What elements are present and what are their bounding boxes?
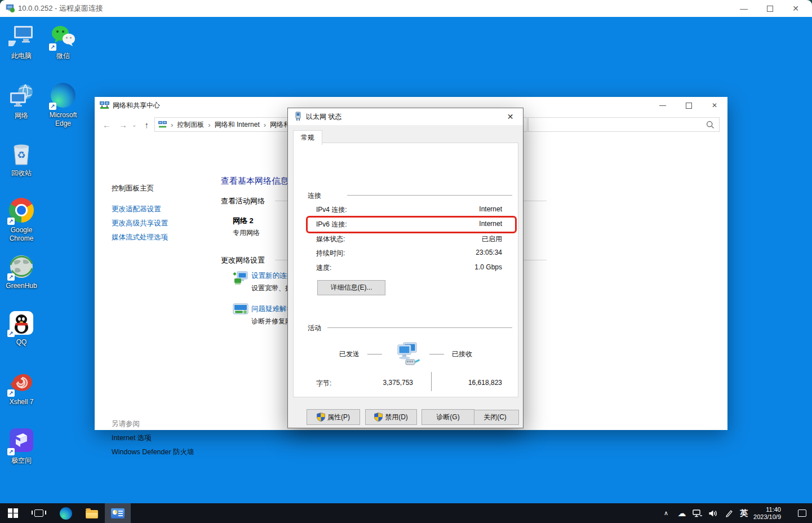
desktop-icon-xshell[interactable]: ↗ Xshell 7 xyxy=(0,370,43,406)
bytes-received-value: 16,618,823 xyxy=(468,379,502,387)
start-button[interactable] xyxy=(0,503,26,523)
window-close-icon[interactable]: ✕ xyxy=(702,97,727,114)
rdp-maximize-icon[interactable] xyxy=(757,0,783,17)
row-value: Internet xyxy=(479,220,502,228)
desktop-icon-jikongjian[interactable]: ↗ 极空间 xyxy=(0,427,43,465)
sidebar-item-advanced-sharing[interactable]: 更改高级共享设置 xyxy=(112,219,168,228)
taskbar-edge-button[interactable] xyxy=(53,503,79,523)
dialog-title-bar: 以太网 状态 ✕ xyxy=(288,108,523,125)
breadcrumb-network-internet[interactable]: 网络和 Internet xyxy=(215,120,260,130)
network-tray-icon[interactable] xyxy=(691,509,704,517)
sidebar-item-home[interactable]: 控制面板主页 xyxy=(112,184,154,193)
desktop-icon-wechat[interactable]: ↗ 微信 xyxy=(42,24,85,60)
details-button[interactable]: 详细信息(E)... xyxy=(317,280,385,295)
uac-shield-icon xyxy=(374,413,383,422)
shortcut-arrow-icon: ↗ xyxy=(7,273,15,281)
desktop-icon-edge[interactable]: ↗ Microsoft Edge xyxy=(42,82,85,128)
diagnose-button[interactable]: 诊断(G) xyxy=(421,409,474,425)
shortcut-arrow-icon: ↗ xyxy=(7,389,15,397)
wechat-icon: ↗ xyxy=(50,24,76,50)
clock-time: 11:40 xyxy=(753,506,781,513)
rdp-title: 10.0.0.252 - 远程桌面连接 xyxy=(18,3,103,14)
tray-chevron-icon[interactable]: ∧ xyxy=(660,509,672,517)
desktop-icon-recycle-bin[interactable]: ♻ 回收站 xyxy=(0,141,43,178)
taskbar-clock[interactable]: 11:40 2023/10/9 xyxy=(753,506,781,521)
desktop-icon-label: 微信 xyxy=(42,52,85,60)
dialog-title: 以太网 状态 xyxy=(306,112,341,122)
close-dialog-button[interactable]: 关闭(C) xyxy=(471,410,519,425)
taskbar-explorer-button[interactable] xyxy=(79,503,105,523)
window-maximize-icon[interactable] xyxy=(676,97,702,114)
desktop-icon-label: 回收站 xyxy=(0,169,43,178)
jikongjian-icon: ↗ xyxy=(8,428,34,454)
breadcrumb-control-panel[interactable]: 控制面板 xyxy=(177,120,204,130)
clock-date: 2023/10/9 xyxy=(753,513,781,521)
activity-computers-icon xyxy=(390,342,421,366)
desktop-icon-network[interactable]: 网络 xyxy=(0,83,43,120)
ime-indicator[interactable]: 英 xyxy=(740,508,748,518)
onedrive-cloud-icon[interactable]: ☁ xyxy=(676,508,688,518)
window-minimize-icon[interactable]: — xyxy=(650,97,676,114)
row-label: 媒体状态: xyxy=(316,234,345,244)
search-input[interactable] xyxy=(528,117,720,132)
desktop-icon-greenhub[interactable]: ↗ GreenHub xyxy=(0,254,43,290)
desktop-icon-label: Xshell 7 xyxy=(0,398,43,406)
sidebar-item-media-streaming[interactable]: 媒体流式处理选项 xyxy=(112,233,168,242)
shortcut-arrow-icon: ↗ xyxy=(7,448,15,455)
desktop-icon-this-pc[interactable]: 此电脑 xyxy=(0,24,43,60)
desktop-icon-chrome[interactable]: ↗ Google Chrome xyxy=(0,197,43,243)
network-type: 专用网络 xyxy=(233,228,260,238)
see-also-internet-options[interactable]: Internet 选项 xyxy=(112,433,152,443)
row-value: Internet xyxy=(479,205,502,213)
up-icon[interactable]: ↑ xyxy=(144,120,149,130)
window-title: 网络和共享中心 xyxy=(113,101,160,110)
svg-text:♻: ♻ xyxy=(17,150,25,161)
section-active-networks: 查看活动网络 xyxy=(221,196,265,206)
back-icon[interactable]: ← xyxy=(103,120,111,130)
chrome-icon: ↗ xyxy=(8,198,34,224)
volume-icon[interactable] xyxy=(707,509,720,517)
row-label: 持续时间: xyxy=(316,249,345,258)
file-explorer-icon xyxy=(86,510,98,518)
history-dropdown-icon[interactable]: ⌄ xyxy=(132,122,136,128)
activity-dash xyxy=(367,354,382,354)
bytes-divider xyxy=(431,372,432,391)
shortcut-arrow-icon: ↗ xyxy=(7,218,15,225)
sidebar-item-change-adapter[interactable]: 更改适配器设置 xyxy=(112,205,161,214)
crumb-chevron-icon: › xyxy=(208,121,210,129)
close-button-label: 关闭(C) xyxy=(483,413,507,422)
windows-logo-icon xyxy=(8,508,18,518)
rdp-close-icon[interactable]: ✕ xyxy=(783,0,809,17)
windows-ink-pen-icon[interactable] xyxy=(723,509,735,517)
tab-page-general: 连接 IPv4 连接: Internet IPv6 连接: Internet 媒… xyxy=(293,143,518,397)
uac-shield-icon xyxy=(317,413,325,422)
desktop-icon-label: Microsoft Edge xyxy=(42,111,85,128)
bytes-sent-value: 3,375,753 xyxy=(383,379,413,387)
group-connection: 连接 xyxy=(308,191,321,201)
sent-label: 已发送 xyxy=(339,349,360,359)
task-view-button[interactable] xyxy=(26,503,52,523)
disable-button[interactable]: 禁用(D) xyxy=(365,409,417,425)
desktop-icon-label: QQ xyxy=(0,338,43,347)
properties-button-label: 属性(P) xyxy=(327,413,350,422)
action-center-icon[interactable] xyxy=(798,509,806,517)
dialog-close-icon[interactable]: ✕ xyxy=(498,108,523,125)
see-also-defender-firewall[interactable]: Windows Defender 防火墙 xyxy=(112,447,194,457)
rdp-title-bar: 10.0.0.252 - 远程桌面连接 — ✕ xyxy=(0,0,812,17)
shortcut-arrow-icon: ↗ xyxy=(7,330,15,337)
rdp-minimize-icon[interactable]: — xyxy=(731,0,757,17)
desktop-icon-qq[interactable]: ↗ QQ xyxy=(0,310,43,347)
disable-button-label: 禁用(D) xyxy=(385,413,408,422)
activity-dash xyxy=(429,354,444,354)
recycle-bin-icon: ♻ xyxy=(8,141,34,167)
search-icon xyxy=(706,121,715,129)
taskbar-control-panel-button[interactable] xyxy=(105,503,131,523)
properties-button[interactable]: 属性(P) xyxy=(307,409,360,425)
network-center-icon xyxy=(100,101,109,110)
tab-general[interactable]: 常规 xyxy=(293,130,322,145)
desktop-icon-label: 网络 xyxy=(0,112,43,120)
crumb-chevron-icon: › xyxy=(171,121,173,129)
control-panel-icon xyxy=(111,508,125,518)
desktop-icon-label: GreenHub xyxy=(0,282,43,290)
forward-icon[interactable]: → xyxy=(119,120,127,130)
